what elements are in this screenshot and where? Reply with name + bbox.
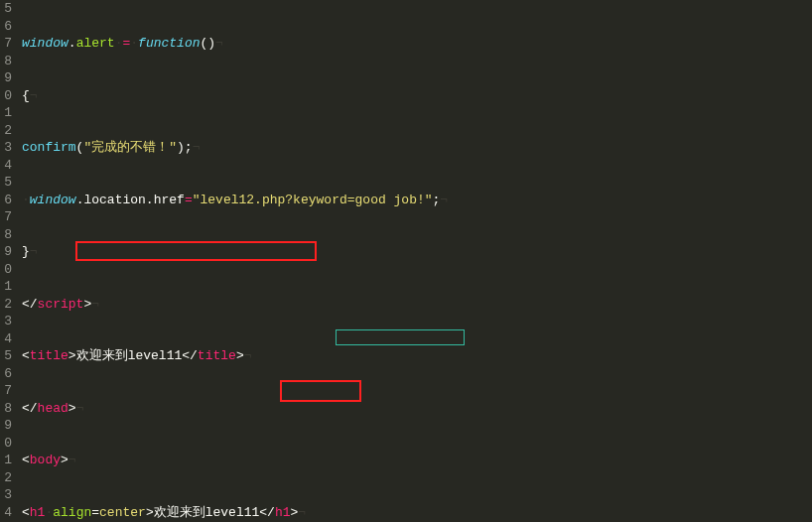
code-line: window.alert·=·function()¬	[22, 35, 812, 53]
line-number-gutter: 56789 01234 56789 01234 56789 01234	[0, 0, 18, 522]
code-editor-area[interactable]: window.alert·=·function()¬ {¬ confirm("完…	[18, 0, 812, 522]
annotation-box-htmlspecialchars	[336, 329, 465, 345]
